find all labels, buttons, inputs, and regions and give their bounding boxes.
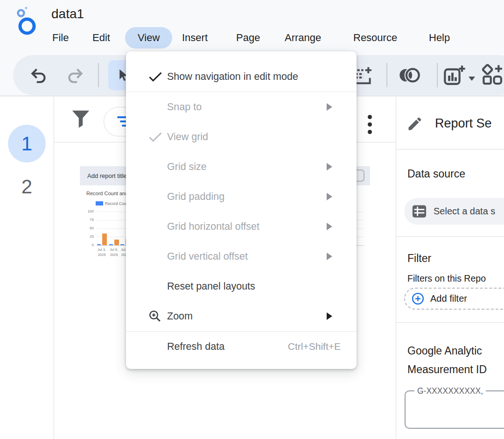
menu-item-label: Snap to (167, 101, 202, 113)
menu-item-view-grid: View grid (126, 122, 357, 152)
toolbar-separator (386, 63, 387, 87)
menu-item-label: Show navigation in edit mode (167, 71, 298, 83)
menu-insert[interactable]: Insert (182, 27, 208, 49)
menu-item-grid-vertical-offset: Grid vertical offset (126, 241, 357, 271)
page-nav-item-2[interactable]: 2 (14, 176, 40, 198)
filter-bar-button[interactable] (70, 107, 91, 134)
blend-data-button[interactable] (396, 67, 423, 83)
menu-edit[interactable]: Edit (92, 27, 110, 49)
menu-help[interactable]: Help (429, 27, 450, 49)
menu-item-label: Grid padding (167, 191, 224, 203)
menu-page[interactable]: Page (236, 27, 260, 49)
submenu-arrow-icon (327, 163, 332, 170)
menu-file[interactable]: File (52, 27, 69, 49)
add-filter-button[interactable]: Add filter (404, 288, 504, 310)
left-rail-divider (54, 97, 54, 439)
add-chart-icon (442, 64, 466, 87)
add-filter-label: Add filter (430, 293, 467, 304)
measurement-id-input[interactable]: G-XXXXXXXXXX, (405, 390, 504, 429)
ga-heading-line2: Measurement ID (407, 360, 487, 379)
add-chart-button[interactable] (442, 64, 475, 87)
keyboard-shortcut: Ctrl+Shift+E (288, 341, 341, 352)
kebab-menu-icon (368, 130, 372, 134)
page-number: 1 (21, 133, 32, 155)
zoom-in-icon (148, 309, 162, 323)
blend-data-icon (396, 67, 423, 83)
menu-item-show-navigation[interactable]: Show navigation in edit mode (126, 62, 357, 92)
report-title[interactable]: data1 (51, 7, 84, 21)
toolbar-separator (98, 63, 99, 87)
menubar: File Edit View Insert Page Arrange Resou… (0, 27, 504, 50)
chevron-down-icon (469, 77, 475, 81)
submenu-arrow-icon (327, 223, 332, 230)
report-settings-panel: Report Se Data source Select a data s Fi… (396, 97, 504, 439)
undo-button[interactable] (29, 65, 49, 85)
filters-on-report-label: Filters on this Repo (407, 273, 486, 284)
google-analytics-heading: Google Analytic Measurement ID (407, 341, 487, 379)
filter-heading: Filter (407, 252, 431, 265)
menu-item-label: Refresh data (167, 341, 224, 353)
add-control-icon (481, 64, 504, 87)
view-menu-dropdown: Show navigation in edit mode Snap to Vie… (126, 51, 357, 369)
undo-icon (29, 65, 49, 85)
menu-item-refresh-data[interactable]: Refresh data Ctrl+Shift+E (126, 332, 357, 361)
panel-title: Report Se (435, 116, 492, 131)
submenu-arrow-icon (327, 253, 332, 260)
add-control-button[interactable] (481, 64, 504, 87)
menu-item-zoom[interactable]: Zoom (126, 301, 357, 331)
redo-icon (65, 65, 85, 85)
menu-item-grid-padding: Grid padding (126, 182, 357, 212)
section-divider (396, 236, 504, 237)
kebab-menu-icon (368, 115, 372, 119)
data-source-heading: Data source (407, 168, 465, 180)
menu-item-label: Zoom (167, 311, 193, 322)
menu-item-grid-horizontal-offset: Grid horizontal offset (126, 212, 357, 241)
check-icon (148, 131, 163, 143)
add-circle-icon (411, 292, 425, 305)
ga-heading-line1: Google Analytic (407, 341, 487, 360)
menu-item-label: Reset panel layouts (167, 281, 255, 292)
submenu-arrow-icon (327, 193, 332, 200)
menu-item-label: View grid (167, 131, 208, 143)
menu-item-label: Grid vertical offset (167, 251, 248, 262)
page-nav-item-1[interactable]: 1 (8, 125, 46, 163)
edit-pencil-icon (406, 115, 423, 134)
toolbar-separator (437, 63, 438, 87)
menu-item-snap-to: Snap to (126, 92, 357, 122)
menu-item-label: Grid size (167, 161, 207, 173)
submenu-arrow-icon (327, 103, 332, 111)
section-divider (396, 322, 504, 323)
check-icon (148, 71, 163, 83)
menu-item-reset-panel-layouts[interactable]: Reset panel layouts (126, 271, 357, 301)
menu-arrange[interactable]: Arrange (285, 27, 321, 49)
select-data-source-button[interactable]: Select a data s (404, 198, 504, 225)
panel-header: Report Se (396, 97, 504, 149)
submenu-arrow-icon (327, 312, 332, 320)
menu-resource[interactable]: Resource (353, 27, 397, 49)
redo-button[interactable] (65, 65, 85, 85)
canvas-more-options-button[interactable] (366, 113, 374, 136)
menu-item-label: Grid horizontal offset (167, 221, 259, 233)
data-source-table-icon (411, 203, 427, 220)
measurement-id-input-label: G-XXXXXXXXXX, (414, 386, 486, 396)
kebab-menu-icon (368, 122, 372, 127)
filter-funnel-icon (70, 107, 91, 132)
menu-view[interactable]: View (125, 27, 172, 49)
menu-item-grid-size: Grid size (126, 152, 357, 182)
looker-studio-window: data1 File Edit View Insert Page Arrange… (0, 0, 504, 439)
select-data-source-label: Select a data s (434, 206, 495, 217)
